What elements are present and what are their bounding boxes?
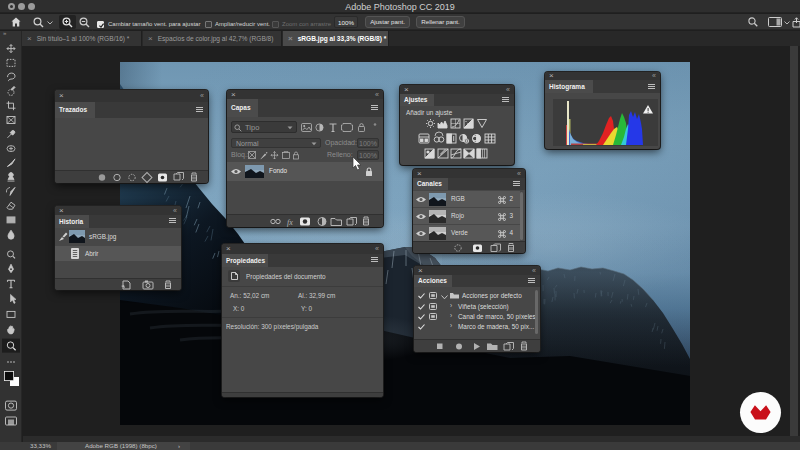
svg-text:fx: fx bbox=[287, 218, 293, 227]
